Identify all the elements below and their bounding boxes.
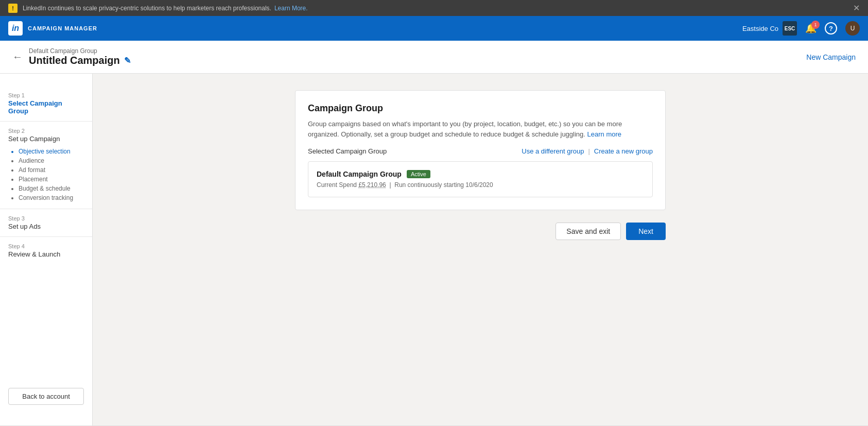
breadcrumb: Default Campaign Group [29, 47, 131, 55]
group-item-meta: Current Spend £5,210.96 | Run continuous… [317, 181, 644, 189]
step-3-name: Set up Ads [8, 223, 84, 230]
next-button[interactable]: Next [626, 223, 666, 240]
sidebar: Step 1 Select Campaign Group Step 2 Set … [0, 74, 93, 425]
run-info: Run continuously starting 10/6/2020 [394, 181, 493, 189]
use-different-group-link[interactable]: Use a different group [522, 147, 584, 155]
linkedin-logo: in [8, 21, 23, 36]
nav-left: in CAMPAIGN MANAGER [8, 21, 97, 36]
help-button[interactable]: ? [825, 22, 837, 35]
sub-step-budget[interactable]: Budget & schedule [19, 184, 84, 193]
notif-bar-text: ! LinkedIn continues to scale privacy-ce… [8, 4, 308, 13]
breadcrumb-area: Default Campaign Group Untitled Campaign… [29, 47, 131, 66]
card-description: Group campaigns based on what's importan… [308, 119, 653, 139]
user-avatar[interactable]: U [845, 21, 860, 36]
back-button[interactable]: ← [12, 51, 23, 63]
step-4-label: Step 4 [8, 243, 84, 249]
sidebar-step-4[interactable]: Step 4 Review & Launch [0, 236, 92, 264]
sub-step-audience[interactable]: Audience [19, 156, 84, 165]
sidebar-step-2: Step 2 Set up Campaign Objective selecti… [0, 121, 92, 209]
notif-info-icon: ! [8, 4, 18, 13]
sidebar-bottom: Back to account [0, 380, 92, 413]
sub-header: ← Default Campaign Group Untitled Campai… [0, 41, 868, 74]
create-new-group-link[interactable]: Create a new group [594, 147, 653, 155]
company-selector[interactable]: Eastside Co ESC [742, 21, 797, 36]
sub-step-conversion[interactable]: Conversion tracking [19, 193, 84, 202]
group-name: Default Campaign Group [317, 170, 402, 178]
step-2-label: Step 2 [8, 128, 84, 134]
sub-step-objective[interactable]: Objective selection [19, 147, 84, 156]
help-icon: ? [825, 22, 837, 35]
sub-step-placement[interactable]: Placement [19, 175, 84, 184]
step-1-name: Select Campaign Group [8, 99, 84, 115]
sub-step-ad-format[interactable]: Ad format [19, 165, 84, 175]
page-title: Untitled Campaign ✎ [29, 55, 131, 66]
nav-app-title: CAMPAIGN MANAGER [28, 25, 97, 31]
nav-right: Eastside Co ESC 🔔 1 ? U [742, 21, 860, 36]
notification-bar: ! LinkedIn continues to scale privacy-ce… [0, 0, 868, 16]
status-badge: Active [407, 170, 430, 178]
sub-steps-list: Objective selection Audience Ad format P… [8, 147, 84, 202]
new-campaign-button[interactable]: New Campaign [806, 53, 856, 61]
notifications-button[interactable]: 🔔 1 [805, 23, 817, 34]
action-row: Save and exit Next [295, 223, 666, 240]
campaign-group-card: Campaign Group Group campaigns based on … [295, 90, 666, 210]
edit-title-icon[interactable]: ✎ [124, 56, 131, 65]
current-spend-label: Current Spend [317, 181, 357, 189]
current-spend-amount[interactable]: £5,210.96 [358, 181, 386, 189]
sub-header-left: ← Default Campaign Group Untitled Campai… [12, 47, 131, 66]
company-logo: ESC [783, 21, 797, 36]
group-item: Default Campaign Group Active Current Sp… [308, 161, 653, 197]
step-2-name: Set up Campaign [8, 135, 84, 143]
section-header: Selected Campaign Group Use a different … [308, 147, 653, 155]
step-4-name: Review & Launch [8, 250, 84, 258]
notif-learn-more-link[interactable]: Learn More. [274, 5, 308, 12]
content-area: Campaign Group Group campaigns based on … [93, 74, 868, 425]
notif-message: LinkedIn continues to scale privacy-cent… [23, 5, 271, 12]
learn-more-link[interactable]: Learn more [587, 130, 621, 138]
company-name: Eastside Co [742, 25, 778, 32]
main-layout: Step 1 Select Campaign Group Step 2 Set … [0, 74, 868, 425]
top-navigation: in CAMPAIGN MANAGER Eastside Co ESC 🔔 1 … [0, 16, 868, 41]
group-item-header: Default Campaign Group Active [317, 170, 644, 178]
back-to-account-button[interactable]: Back to account [8, 388, 84, 405]
notif-close-button[interactable]: ✕ [853, 3, 860, 13]
notification-badge: 1 [811, 21, 820, 29]
divider: | [588, 147, 589, 155]
sidebar-steps: Step 1 Select Campaign Group Step 2 Set … [0, 86, 92, 380]
step-1-label: Step 1 [8, 92, 84, 98]
sidebar-step-3[interactable]: Step 3 Set up Ads [0, 209, 92, 236]
selected-group-label: Selected Campaign Group [308, 147, 387, 155]
card-title: Campaign Group [308, 103, 653, 114]
sidebar-step-1[interactable]: Step 1 Select Campaign Group [0, 86, 92, 121]
step-3-label: Step 3 [8, 215, 84, 221]
save-exit-button[interactable]: Save and exit [555, 223, 621, 240]
section-actions: Use a different group | Create a new gro… [522, 147, 653, 155]
